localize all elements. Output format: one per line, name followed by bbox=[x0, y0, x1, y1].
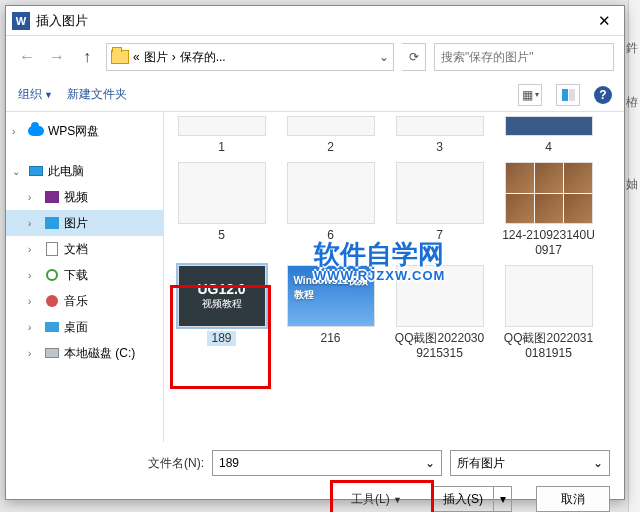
file-item[interactable]: 7 bbox=[392, 162, 487, 257]
word-icon: W bbox=[12, 12, 30, 30]
insert-picture-dialog: W 插入图片 ✕ ← → ↑ « 图片 › 保存的... ⌄ ⟳ 搜索"保存的图… bbox=[5, 5, 625, 500]
folder-tree: ›WPS网盘 ⌄此电脑 ›视频 ›图片 ›文档 ›下载 ›音乐 ›桌面 ›本地磁… bbox=[6, 112, 164, 442]
file-item[interactable]: 5 bbox=[174, 162, 269, 257]
help-button[interactable]: ? bbox=[594, 86, 612, 104]
tree-this-pc[interactable]: ⌄此电脑 bbox=[6, 158, 163, 184]
toolbar: 组织▼ 新建文件夹 ▦▾ ? bbox=[6, 78, 624, 112]
path-sep: › bbox=[172, 50, 176, 64]
chevron-down-icon[interactable]: ⌄ bbox=[379, 50, 389, 64]
tree-music[interactable]: ›音乐 bbox=[6, 288, 163, 314]
nav-forward: → bbox=[46, 48, 68, 66]
view-pane-button[interactable] bbox=[556, 84, 580, 106]
file-item[interactable]: 6 bbox=[283, 162, 378, 257]
dialog-footer: 文件名(N): 189⌄ 所有图片⌄ 工具(L) ▼ 插入(S)▾ 取消 bbox=[6, 442, 624, 512]
refresh-button[interactable]: ⟳ bbox=[402, 43, 426, 71]
view-icons-button[interactable]: ▦▾ bbox=[518, 84, 542, 106]
file-item[interactable]: QQ截图20220309215315 bbox=[392, 265, 487, 360]
organize-menu[interactable]: 组织▼ bbox=[18, 86, 53, 103]
nav-up[interactable]: ↑ bbox=[76, 48, 98, 66]
filetype-filter[interactable]: 所有图片⌄ bbox=[450, 450, 610, 476]
nav-back[interactable]: ← bbox=[16, 48, 38, 66]
folder-icon bbox=[111, 50, 129, 64]
filename-label: 文件名(N): bbox=[148, 455, 204, 472]
tree-pictures[interactable]: ›图片 bbox=[6, 210, 163, 236]
chevron-down-icon[interactable]: ▾ bbox=[493, 487, 511, 511]
path-prefix: « bbox=[133, 50, 140, 64]
file-item[interactable]: 2 bbox=[283, 116, 378, 154]
search-input[interactable]: 搜索"保存的图片" bbox=[434, 43, 614, 71]
file-item[interactable]: 124-210923140U0917 bbox=[501, 162, 596, 257]
file-list: 1 2 3 4 5 6 7 124-210923140U0917 UG12.0视… bbox=[164, 112, 624, 442]
chevron-down-icon[interactable]: ⌄ bbox=[425, 456, 435, 470]
new-folder-button[interactable]: 新建文件夹 bbox=[67, 86, 127, 103]
tree-documents[interactable]: ›文档 bbox=[6, 236, 163, 262]
titlebar: W 插入图片 ✕ bbox=[6, 6, 624, 36]
path-seg[interactable]: 图片 bbox=[144, 49, 168, 66]
tree-disk-c[interactable]: ›本地磁盘 (C:) bbox=[6, 340, 163, 366]
bg-char: 鈝 bbox=[626, 40, 638, 57]
file-item[interactable]: 3 bbox=[392, 116, 487, 154]
file-item[interactable]: 1 bbox=[174, 116, 269, 154]
close-button[interactable]: ✕ bbox=[584, 6, 624, 36]
tree-downloads[interactable]: ›下载 bbox=[6, 262, 163, 288]
path-bar[interactable]: « 图片 › 保存的... ⌄ bbox=[106, 43, 394, 71]
bg-char: 栫 bbox=[626, 94, 638, 111]
tree-desktop[interactable]: ›桌面 bbox=[6, 314, 163, 340]
tree-wps[interactable]: ›WPS网盘 bbox=[6, 118, 163, 144]
file-item[interactable]: Windows11视频教程216 bbox=[283, 265, 378, 360]
tree-video[interactable]: ›视频 bbox=[6, 184, 163, 210]
insert-button[interactable]: 插入(S)▾ bbox=[432, 486, 512, 512]
dialog-title: 插入图片 bbox=[36, 12, 584, 30]
filename-input[interactable]: 189⌄ bbox=[212, 450, 442, 476]
file-item[interactable]: 4 bbox=[501, 116, 596, 154]
tools-menu[interactable]: 工具(L) ▼ bbox=[351, 491, 402, 508]
cancel-button[interactable]: 取消 bbox=[536, 486, 610, 512]
bg-char: 妯 bbox=[626, 176, 638, 193]
chevron-down-icon[interactable]: ⌄ bbox=[593, 456, 603, 470]
navbar: ← → ↑ « 图片 › 保存的... ⌄ ⟳ 搜索"保存的图片" bbox=[6, 36, 624, 78]
file-item-selected[interactable]: UG12.0视频教程189 bbox=[174, 265, 269, 360]
file-item[interactable]: QQ截图20220310181915 bbox=[501, 265, 596, 360]
path-seg[interactable]: 保存的... bbox=[180, 49, 226, 66]
